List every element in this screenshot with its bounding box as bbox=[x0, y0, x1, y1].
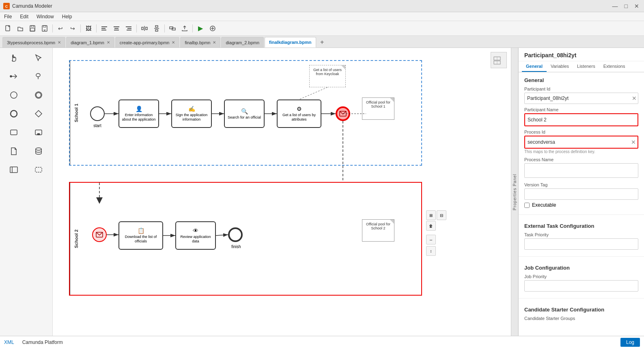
menu-file[interactable]: File bbox=[2, 13, 13, 20]
tool-data-store[interactable] bbox=[27, 143, 51, 159]
process-id-label: Process Id bbox=[524, 130, 638, 134]
version-tag-input[interactable] bbox=[524, 188, 638, 200]
toolbar-resize[interactable] bbox=[167, 23, 178, 34]
tool-connect[interactable] bbox=[2, 68, 26, 84]
tab-label: diagram_1.bpmn bbox=[71, 40, 104, 45]
prop-tab-listeners[interactable]: Listeners bbox=[573, 61, 599, 72]
participant-id-label: Participant Id bbox=[524, 86, 638, 91]
close-button[interactable]: ✕ bbox=[633, 3, 641, 9]
prop-tab-variables[interactable]: Variables bbox=[547, 61, 573, 72]
toolbar-image[interactable]: 🖼 bbox=[83, 23, 94, 34]
action-delete[interactable]: 🗑 bbox=[426, 221, 436, 231]
app-title: Camunda Modeler bbox=[12, 3, 52, 9]
tool-select[interactable] bbox=[27, 50, 51, 66]
tab-finalkdiagram[interactable]: finalkdiagram.bpmn bbox=[265, 37, 316, 48]
pool-school2[interactable]: School 2 📋 Download the list of official… bbox=[69, 182, 422, 296]
minimap[interactable] bbox=[491, 52, 507, 68]
tool-subprocess[interactable]: + bbox=[27, 124, 51, 140]
executable-checkbox[interactable] bbox=[524, 203, 530, 208]
process-id-clear[interactable]: ✕ bbox=[631, 139, 636, 145]
tool-intermediate-event[interactable] bbox=[27, 87, 51, 103]
toolbar-distribute-v[interactable] bbox=[151, 23, 162, 34]
tool-group[interactable] bbox=[27, 162, 51, 178]
participant-name-input[interactable] bbox=[525, 114, 638, 125]
toolbar-undo[interactable]: ↩ bbox=[55, 23, 66, 34]
tool-lasso[interactable] bbox=[27, 68, 51, 84]
main-area: + School 1 start bbox=[0, 48, 644, 336]
prop-tab-general[interactable]: General bbox=[522, 61, 547, 72]
svg-rect-17 bbox=[142, 27, 143, 30]
tab-diagram1[interactable]: diagram_1.bpmn ✕ bbox=[66, 37, 114, 48]
participant-id-clear[interactable]: ✕ bbox=[632, 95, 637, 102]
tab-close[interactable]: ✕ bbox=[58, 40, 61, 45]
svg-text:C: C bbox=[5, 4, 8, 9]
toolbar-distribute-h[interactable] bbox=[139, 23, 150, 34]
toolbar-align-left[interactable] bbox=[99, 23, 110, 34]
tab-add-button[interactable]: + bbox=[317, 37, 327, 48]
svg-rect-15 bbox=[127, 28, 131, 29]
svg-rect-8 bbox=[101, 26, 107, 27]
toolbar-play[interactable]: ▶ bbox=[195, 23, 206, 34]
tool-hand[interactable] bbox=[2, 50, 26, 66]
toolbar-align-right[interactable] bbox=[123, 23, 134, 34]
toolbar-redo[interactable]: ↪ bbox=[67, 23, 78, 34]
svg-rect-12 bbox=[114, 28, 118, 29]
tab-close[interactable]: ✕ bbox=[172, 40, 175, 45]
toolbar-export[interactable] bbox=[179, 23, 190, 34]
executable-label: Executable bbox=[532, 202, 556, 208]
candidate-title: Candidate Starter Configuration bbox=[524, 307, 638, 313]
process-id-input[interactable] bbox=[525, 136, 638, 148]
menu-window[interactable]: Window bbox=[35, 13, 56, 20]
menu-edit[interactable]: Edit bbox=[18, 13, 30, 20]
svg-point-38 bbox=[36, 148, 41, 150]
participant-name-field-container bbox=[524, 113, 638, 126]
tool-end-event[interactable] bbox=[2, 106, 26, 122]
minimize-button[interactable]: — bbox=[611, 3, 620, 9]
maximize-button[interactable]: □ bbox=[623, 3, 629, 9]
toolbar-align-center[interactable] bbox=[111, 23, 122, 34]
svg-rect-18 bbox=[146, 27, 147, 30]
tab-close[interactable]: ✕ bbox=[107, 40, 110, 45]
tool-gateway[interactable] bbox=[27, 106, 51, 122]
canvas[interactable]: School 1 start 👤 Enter information about… bbox=[53, 48, 511, 336]
job-priority-input[interactable] bbox=[524, 280, 638, 292]
process-name-input[interactable] bbox=[524, 163, 638, 178]
toolbar-save-as[interactable] bbox=[39, 23, 50, 34]
statusbar-xml[interactable]: XML bbox=[4, 339, 14, 345]
tab-finalbp[interactable]: finalbp.bpmn ✕ bbox=[180, 37, 220, 48]
svg-rect-5 bbox=[30, 28, 34, 31]
tab-3typessubprocess[interactable]: 3typessubprocess.bpmn ✕ bbox=[2, 37, 65, 48]
toolbar-save[interactable] bbox=[27, 23, 38, 34]
action-grid[interactable]: ⊞ bbox=[426, 210, 436, 220]
properties-panel-toggle[interactable]: Properties Panel bbox=[511, 48, 518, 336]
action-table[interactable]: ⊟ bbox=[437, 210, 446, 220]
menu-help[interactable]: Help bbox=[60, 13, 74, 20]
tab-diagram2[interactable]: diagram_2.bpmn bbox=[221, 37, 264, 48]
toolbar-new-file[interactable] bbox=[2, 23, 14, 34]
app-icon: C bbox=[3, 3, 10, 9]
participant-id-field-container: ✕ bbox=[524, 93, 638, 104]
action-resize-v[interactable]: ↕ bbox=[426, 246, 436, 256]
tool-data-object[interactable] bbox=[2, 143, 26, 159]
tab-create-app[interactable]: create-app-primary.bpmn ✕ bbox=[115, 37, 180, 48]
participant-name-label: Participant Name bbox=[524, 107, 638, 112]
properties-title: Participant_08hi2yt bbox=[519, 48, 644, 61]
participant-id-input[interactable] bbox=[524, 93, 638, 104]
tool-start-event[interactable] bbox=[2, 87, 26, 103]
prop-tab-extensions[interactable]: Extensions bbox=[599, 61, 629, 72]
tab-close[interactable]: ✕ bbox=[213, 40, 216, 45]
toolbar-open[interactable] bbox=[15, 23, 26, 34]
window-controls: — □ ✕ bbox=[611, 3, 641, 9]
action-expand[interactable]: ↔ bbox=[426, 235, 436, 244]
pool2-arrows bbox=[70, 183, 421, 295]
pool-school1[interactable]: School 1 start 👤 Enter information about… bbox=[69, 60, 422, 166]
version-tag-label: Version Tag bbox=[524, 182, 638, 187]
log-button[interactable]: Log bbox=[620, 338, 640, 347]
task-priority-input[interactable] bbox=[524, 238, 638, 250]
svg-rect-16 bbox=[127, 30, 131, 30]
svg-rect-41 bbox=[35, 167, 42, 172]
tool-participant[interactable] bbox=[2, 162, 26, 178]
general-section-title: General bbox=[524, 77, 638, 83]
toolbar-deploy[interactable] bbox=[207, 23, 218, 34]
tool-task[interactable] bbox=[2, 124, 26, 140]
